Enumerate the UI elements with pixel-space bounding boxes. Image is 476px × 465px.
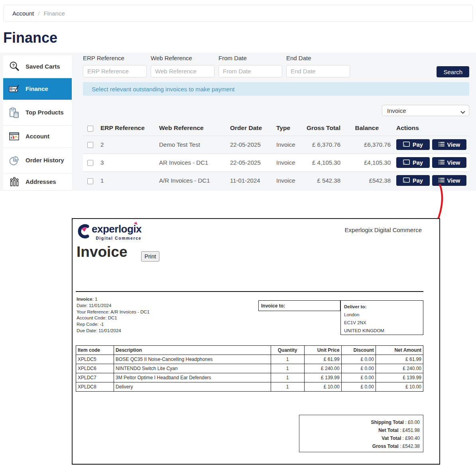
search-button[interactable]: Search xyxy=(437,66,469,77)
cell-description: Delivery xyxy=(114,382,271,392)
sidebar-item-label: Top Products xyxy=(26,108,65,116)
deliver-to-line: UNITED KINGDOM xyxy=(344,327,423,335)
invoice-items-table: Item code Description Quantity Unit Pric… xyxy=(76,345,423,392)
page-title: Finance xyxy=(3,30,57,46)
invoice-document: Experlogix Digital Commerce experlogix D… xyxy=(72,218,440,465)
invoice-totals-box: Shipping Total : £0.00 Net Total : £451.… xyxy=(299,415,423,452)
col-discount: Discount xyxy=(341,346,376,355)
sidebar-item-account[interactable]: Account xyxy=(3,126,72,148)
invoice-doc-header-right: Experlogix Digital Commerce xyxy=(345,227,422,233)
sidebar-item-label: Addresses xyxy=(26,178,65,186)
cell-quantity: 1 xyxy=(271,364,304,373)
invoices-table-header-row: ERP Reference Web Reference Order Date T… xyxy=(83,121,469,136)
pay-button[interactable]: Pay xyxy=(396,139,430,150)
cell-description: NINTENDO Switch Lite Cyan xyxy=(114,364,271,373)
experlogix-logo-mark xyxy=(76,224,90,239)
print-button[interactable]: Print xyxy=(141,251,159,262)
invoice-detail-line: Rep Code: -1 xyxy=(77,321,149,328)
cell-balance: £4,105.30 xyxy=(340,154,391,171)
sidebar-item-order-history[interactable]: Order History xyxy=(3,148,72,173)
cell-gross-total: £ 6,370.76 xyxy=(305,136,340,154)
sidebar-item-top-products[interactable]: Top Products xyxy=(3,100,72,126)
from-date-input[interactable] xyxy=(218,65,282,77)
invoice-to-box: Invoice to: xyxy=(258,300,340,311)
experlogix-logo-word: experlogix xyxy=(92,224,142,234)
col-type: Type xyxy=(273,121,305,136)
invoices-table: ERP Reference Web Reference Order Date T… xyxy=(83,121,469,189)
svg-text:$: $ xyxy=(10,88,12,90)
cell-order-date: 11-01-2024 xyxy=(227,171,273,189)
cell-gross-total: £ 4,105.30 xyxy=(305,154,340,171)
col-item-code: Item code xyxy=(76,346,114,355)
pay-button[interactable]: Pay xyxy=(396,157,430,168)
sidebar: ? Saved Carts $ Finance Top Products Acc… xyxy=(3,55,72,191)
invoice-row-checkbox[interactable] xyxy=(87,178,93,184)
web-reference-label: Web Reference xyxy=(151,55,214,61)
end-date-input[interactable] xyxy=(286,65,350,77)
cell-balance: £542.38 xyxy=(340,171,391,189)
col-quantity: Quantity xyxy=(271,346,304,355)
cell-description: 3M Peltor Optime I Headband Ear Defender… xyxy=(114,373,271,382)
cell-type: Invoice xyxy=(273,136,305,154)
cell-discount: £ 0.00 xyxy=(341,355,376,364)
invoice-detail-line: Date: 11/01/2024 xyxy=(77,303,149,309)
cheque-pen-icon: $ xyxy=(8,83,21,95)
breadcrumb-account-link[interactable]: Account xyxy=(12,10,34,17)
cell-unit-price: £ 10.00 xyxy=(304,382,341,392)
view-button[interactable]: View xyxy=(432,139,466,150)
document-type-select-wrap: Invoice xyxy=(382,105,469,116)
invoice-row-checkbox[interactable] xyxy=(87,160,93,166)
invoice-detail-line: Due Date: 11/01/2024 xyxy=(77,328,149,334)
erp-reference-input[interactable] xyxy=(83,65,147,77)
col-web-reference: Web Reference xyxy=(156,121,227,136)
invoice-detail-line: Invoice: 1 xyxy=(77,296,149,303)
col-net-amount: Net Amount xyxy=(376,346,423,355)
cell-discount: £ 0.00 xyxy=(341,382,376,392)
breadcrumb-separator: / xyxy=(38,10,39,17)
col-unit-price: Unit Price xyxy=(304,346,341,355)
col-balance: Balance xyxy=(340,121,391,136)
invoice-item-row: XPLDC7 3M Peltor Optime I Headband Ear D… xyxy=(76,373,423,382)
cell-web-reference: AR Invoices - DC1 xyxy=(156,154,227,171)
sidebar-item-label: Saved Carts xyxy=(26,63,65,71)
credit-card-icon xyxy=(403,177,410,184)
sidebar-item-saved-carts[interactable]: ? Saved Carts xyxy=(3,55,72,78)
totals-line: Shipping Total : £0.00 xyxy=(299,418,420,426)
sidebar-item-finance[interactable]: $ Finance xyxy=(3,78,72,100)
cell-unit-price: £ 139.99 xyxy=(304,373,341,382)
select-all-checkbox[interactable] xyxy=(87,126,93,132)
credit-card-icon xyxy=(403,160,410,166)
invoice-doc-title: Invoice xyxy=(77,244,128,260)
breadcrumb-current: Finance xyxy=(43,10,65,17)
cell-quantity: 1 xyxy=(271,355,304,364)
invoice-header-divider xyxy=(76,291,423,292)
invoice-row-checkbox[interactable] xyxy=(87,142,93,148)
view-button[interactable]: View xyxy=(432,157,466,168)
document-type-select[interactable]: Invoice xyxy=(382,105,469,116)
deliver-to-line: London xyxy=(344,311,423,319)
web-reference-input[interactable] xyxy=(151,65,214,77)
invoice-details: Invoice: 1 Date: 11/01/2024 Your Referen… xyxy=(77,296,149,334)
credit-card-icon xyxy=(403,142,410,148)
cell-gross-total: £ 542.38 xyxy=(305,171,340,189)
cell-description: BOSE QC35 II Noise-Cancelling Headphones xyxy=(114,355,271,364)
totals-line: Gross Total : £542.38 xyxy=(299,442,420,450)
invoice-item-row: XPLDC6 NINTENDO Switch Lite Cyan 1 £ 240… xyxy=(76,364,423,373)
end-date-field: End Date xyxy=(286,55,350,77)
cell-erp-reference: 3 xyxy=(97,154,156,171)
view-button-label: View xyxy=(447,160,460,166)
cell-web-reference: Demo Test Test xyxy=(156,136,227,154)
invoice-detail-line: Account Code: DC1 xyxy=(77,315,149,321)
list-icon xyxy=(439,142,445,148)
col-erp-reference: ERP Reference xyxy=(97,121,156,136)
items-header-row: Item code Description Quantity Unit Pric… xyxy=(76,346,423,355)
sidebar-item-addresses[interactable]: Addresses xyxy=(3,173,72,191)
end-date-label: End Date xyxy=(286,55,350,61)
cell-order-date: 22-05-2025 xyxy=(227,136,273,154)
cell-net-amount: £ 240.00 xyxy=(376,364,423,373)
clipboard-calculator-icon xyxy=(8,107,21,119)
invoice-to-label: Invoice to: xyxy=(261,303,285,309)
cell-web-reference: A/R Invoices - DC1 xyxy=(156,171,227,189)
col-actions: Actions xyxy=(391,121,469,136)
bar-people-icon xyxy=(8,176,21,188)
